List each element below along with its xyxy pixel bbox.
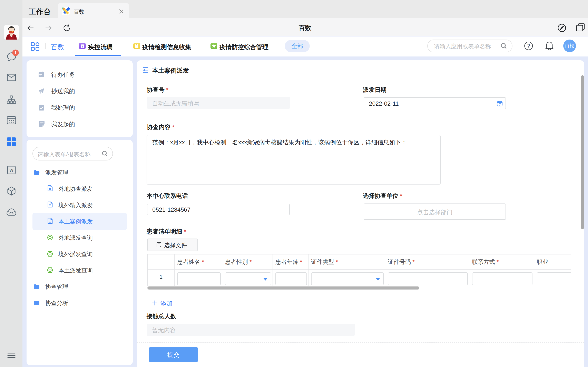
svg-text:?: ? [527,43,530,49]
svg-text:¥: ¥ [82,45,83,48]
svg-text:W: W [9,168,13,173]
